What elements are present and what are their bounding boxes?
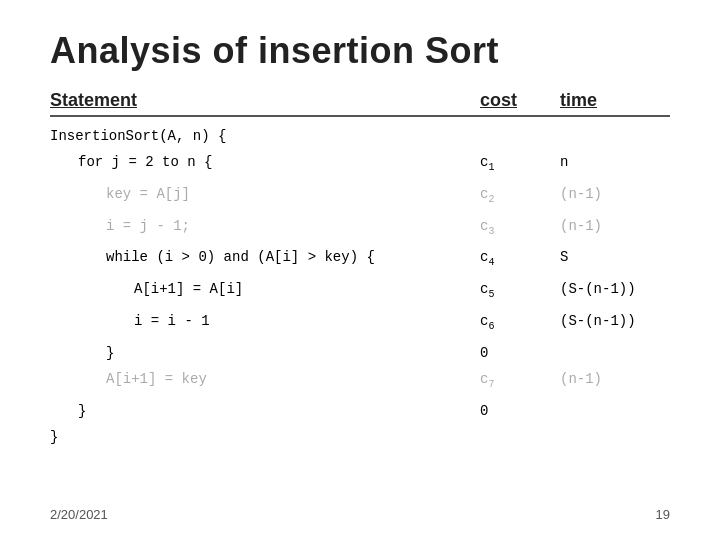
code-row: A[i+1] = keyc7(n-1) xyxy=(50,366,670,398)
code-row: while (i > 0) and (A[i] > key) {c4S xyxy=(50,244,670,276)
code-row: }0 xyxy=(50,340,670,366)
footer-date: 2/20/2021 xyxy=(50,507,108,522)
code-time: (n-1) xyxy=(560,181,670,207)
code-row: InsertionSort(A, n) { xyxy=(50,123,670,149)
code-time: n xyxy=(560,149,670,175)
slide-footer: 2/20/2021 19 xyxy=(50,507,670,522)
table-header: Statement cost time xyxy=(50,90,670,117)
code-time: (n-1) xyxy=(560,366,670,392)
code-row: key = A[j]c2(n-1) xyxy=(50,181,670,213)
code-cost: c3 xyxy=(480,213,560,245)
code-cost: c6 xyxy=(480,308,560,340)
code-row: for j = 2 to n {c1n xyxy=(50,149,670,181)
code-cost: c7 xyxy=(480,366,560,398)
header-cost: cost xyxy=(480,90,517,110)
code-row: }0 xyxy=(50,398,670,424)
code-statement: } xyxy=(50,398,480,424)
code-statement: i = j - 1; xyxy=(50,213,480,239)
footer-page: 19 xyxy=(656,507,670,522)
code-statement: key = A[j] xyxy=(50,181,480,207)
code-statement: } xyxy=(50,340,480,366)
code-cost: 0 xyxy=(480,398,560,424)
code-row: A[i+1] = A[i]c5(S-(n-1)) xyxy=(50,276,670,308)
code-statement: InsertionSort(A, n) { xyxy=(50,123,480,149)
code-table: InsertionSort(A, n) {for j = 2 to n {c1n… xyxy=(50,123,670,450)
code-row: } xyxy=(50,424,670,450)
code-statement: for j = 2 to n { xyxy=(50,149,480,175)
code-time: (S-(n-1)) xyxy=(560,276,670,302)
code-row: i = j - 1;c3(n-1) xyxy=(50,213,670,245)
code-statement: } xyxy=(50,424,480,450)
code-cost: c4 xyxy=(480,244,560,276)
code-statement: A[i+1] = key xyxy=(50,366,480,392)
code-time: (n-1) xyxy=(560,213,670,239)
header-statement: Statement xyxy=(50,90,137,110)
slide-title: Analysis of insertion Sort xyxy=(50,30,670,72)
code-cost: c2 xyxy=(480,181,560,213)
code-cost: c1 xyxy=(480,149,560,181)
code-time: (S-(n-1)) xyxy=(560,308,670,334)
header-time: time xyxy=(560,90,597,110)
code-cost: 0 xyxy=(480,340,560,366)
code-cost: c5 xyxy=(480,276,560,308)
code-statement: while (i > 0) and (A[i] > key) { xyxy=(50,244,480,270)
code-time: S xyxy=(560,244,670,270)
code-row: i = i - 1c6(S-(n-1)) xyxy=(50,308,670,340)
table-area: Statement cost time InsertionSort(A, n) … xyxy=(50,90,670,450)
code-statement: A[i+1] = A[i] xyxy=(50,276,480,302)
code-statement: i = i - 1 xyxy=(50,308,480,334)
slide: Analysis of insertion Sort Statement cos… xyxy=(0,0,720,540)
